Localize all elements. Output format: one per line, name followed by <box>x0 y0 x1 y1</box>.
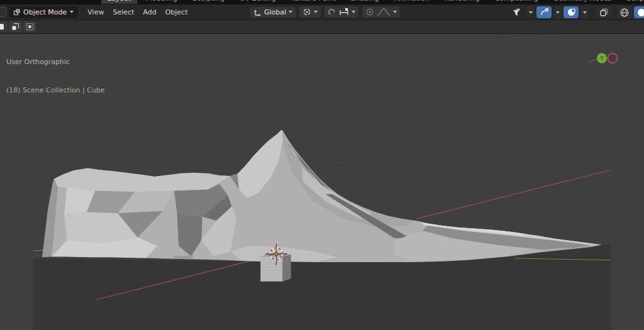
proportional-editing-group[interactable] <box>362 6 400 18</box>
transform-orientation-icon <box>253 8 262 16</box>
tool-settings-bar <box>0 20 644 34</box>
wireframe-shading-icon <box>619 8 630 18</box>
snap-target-icon <box>339 8 349 16</box>
gizmos-icon <box>540 8 549 17</box>
menu-add[interactable]: Add <box>138 6 160 18</box>
menu-view[interactable]: View <box>83 6 108 18</box>
select-subtract-icon <box>26 23 34 31</box>
tab-texture-paint[interactable]: Texture Paint <box>285 0 342 4</box>
tab-compositing[interactable]: Compositing <box>489 0 545 4</box>
chevron-down-icon <box>289 11 292 13</box>
workspace-tabstrip: ▾ Layout Modeling Sculpting UV Editing T… <box>0 0 644 4</box>
overlays-icon <box>567 8 576 17</box>
context-breadcrumb: (18) Scene Collection | Cube <box>6 85 105 95</box>
magnet-snap-icon <box>328 8 336 16</box>
mode-selector-label: Object Mode <box>23 8 67 16</box>
transform-orientation-label: Global <box>264 8 286 16</box>
gizmos-toggle[interactable] <box>536 6 552 18</box>
tab-sculpting[interactable]: Sculpting <box>186 0 231 4</box>
visibility-dropdown[interactable] <box>526 6 535 18</box>
pivot-point-dropdown[interactable] <box>299 6 321 18</box>
axis-gizmo[interactable]: Y <box>588 53 617 63</box>
tab-uv-editing[interactable]: UV Editing <box>233 0 282 4</box>
xray-toggle[interactable] <box>596 6 611 18</box>
mode-selector[interactable]: Object Mode <box>9 6 78 18</box>
tab-animation[interactable]: Animation <box>387 0 435 4</box>
viewport-header: Object Mode View Select Add Object Globa… <box>0 4 644 20</box>
chevron-down-icon <box>70 11 74 13</box>
chevron-down-icon <box>314 11 318 13</box>
gizmo-y-label: Y <box>599 55 604 62</box>
solid-shading-button[interactable] <box>634 6 644 18</box>
gizmos-dropdown[interactable] <box>553 6 562 18</box>
solid-shading-icon <box>636 8 644 18</box>
menu-object[interactable]: Object <box>161 6 192 18</box>
blender-window: ▾ Layout Modeling Sculpting UV Editing T… <box>0 0 644 330</box>
chevron-down-icon <box>352 11 355 13</box>
pivot-point-icon <box>303 8 311 16</box>
object-mode-icon <box>13 9 20 16</box>
snapping-group[interactable] <box>325 6 358 18</box>
overlays-toggle[interactable] <box>564 6 579 18</box>
overlays-dropdown[interactable] <box>580 6 589 18</box>
view-label: User Orthographic <box>6 57 105 67</box>
cube-object[interactable] <box>260 254 291 282</box>
object-type-visibility-button[interactable] <box>509 6 525 18</box>
editor-type-icon[interactable] <box>0 7 6 17</box>
menu-select[interactable]: Select <box>108 6 138 18</box>
tab-scripting[interactable]: Scripting <box>620 0 644 4</box>
transform-orientation-dropdown[interactable]: Global <box>250 7 296 18</box>
select-extend-button[interactable] <box>9 21 22 32</box>
workspace-chevron-icon[interactable]: ▾ <box>94 0 97 1</box>
tab-shading[interactable]: Shading <box>345 0 386 4</box>
visibility-filter-icon <box>512 8 522 18</box>
proportional-editing-icon <box>365 8 374 16</box>
tab-rendering[interactable]: Rendering <box>438 0 486 4</box>
viewport-3d[interactable]: Y User Orthographic (18) Scene Collectio… <box>0 34 644 330</box>
falloff-curve-icon <box>377 8 391 16</box>
chevron-down-icon <box>393 11 397 13</box>
tab-layout[interactable]: Layout <box>101 0 137 4</box>
viewport-overlay-text: User Orthographic (18) Scene Collection … <box>6 38 105 114</box>
tab-geometry-nodes[interactable]: Geometry Nodes <box>547 0 618 4</box>
select-subtract-button[interactable] <box>23 21 36 32</box>
xray-icon <box>599 8 609 17</box>
select-set-icon <box>0 23 5 31</box>
wireframe-shading-button[interactable] <box>617 6 632 18</box>
tab-modeling[interactable]: Modeling <box>140 0 184 4</box>
select-set-button[interactable] <box>0 21 8 32</box>
select-extend-icon <box>11 23 19 31</box>
